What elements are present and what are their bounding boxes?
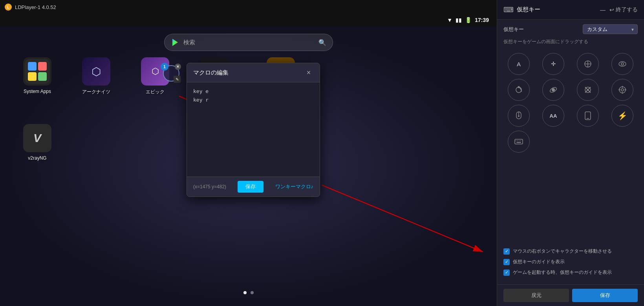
battery-icon: 🔋: [465, 17, 472, 23]
vkey-cross-icon: [584, 86, 592, 94]
title-bar: L LDPlayer-1 4.0.52: [0, 0, 497, 14]
vkey-fire-icon: [584, 60, 592, 68]
vkey-orbit[interactable]: [542, 79, 564, 101]
svg-point-27: [518, 115, 520, 117]
macro-dialog: マクロの編集 × key e key r (x=1475 y=482) 保存 ワ…: [187, 63, 320, 197]
instruction-text: 仮想キーをゲームの画面にドラッグする: [497, 36, 644, 50]
v2ray-icon: V: [23, 124, 51, 152]
checkbox-3[interactable]: [503, 270, 510, 276]
svg-point-11: [621, 63, 624, 65]
page-dots: [243, 291, 254, 294]
reset-btn[interactable]: 戻元: [503, 289, 569, 302]
svg-point-10: [619, 62, 626, 66]
vkey-text-aa[interactable]: AA: [542, 105, 564, 127]
vkey-dropdown[interactable]: カスタム デフォルト: [583, 24, 638, 34]
right-header-left: ⌨ 仮想キー: [503, 5, 540, 14]
checkbox-label-1: マウスの右ボタンでキャラクターを移動させる: [513, 248, 612, 255]
svg-point-20: [621, 89, 624, 91]
macro-dialog-title: マクロの編集: [193, 69, 229, 76]
right-panel-header: ⌨ 仮想キー — ↩ 終了する: [497, 0, 644, 20]
app-title: LDPlayer-1 4.0.52: [15, 4, 56, 10]
checkbox-row-1: マウスの右ボタンでキャラクターを移動させる: [503, 248, 638, 255]
vkey-keyboard-icon: [514, 138, 523, 145]
svg-line-6: [322, 185, 483, 252]
vkey-keyboard[interactable]: [508, 131, 530, 153]
vkey-letter-a[interactable]: A: [508, 53, 530, 75]
macro-dialog-close-btn[interactable]: ×: [304, 68, 313, 77]
svg-rect-30: [515, 139, 523, 144]
vkey-mouse[interactable]: [508, 105, 530, 127]
vkey-lightning[interactable]: ⚡: [611, 105, 633, 127]
vkey-device-icon: [584, 111, 591, 120]
vkey-rotate-icon: [514, 86, 523, 94]
vkey-text-aa-label: AA: [550, 113, 557, 119]
keyboard-icon: ⌨: [503, 5, 514, 14]
right-panel: ⌨ 仮想キー — ↩ 終了する 仮想キー カスタム デフォルト ▼ 仮想キーをゲ…: [497, 0, 644, 306]
macro-onekey-btn[interactable]: ワンキーマクロ♪: [275, 183, 314, 190]
vkey-dropdown-wrap: カスタム デフォルト ▼: [583, 24, 638, 34]
right-header-title: 仮想キー: [517, 6, 540, 13]
arknights-label: アークナイツ: [82, 89, 110, 95]
vkey-letter-a-label: A: [517, 61, 521, 67]
checkbox-section: マウスの右ボタンでキャラクターを移動させる 仮想キーのガイドを表示 ゲームを起動…: [497, 243, 644, 284]
page-dot-1: [243, 291, 247, 294]
vkey-eye[interactable]: [611, 53, 633, 75]
vkey-aim[interactable]: [611, 79, 633, 101]
vkey-orbit-icon: [549, 86, 558, 94]
v2ray-label: v2rayNG: [28, 155, 46, 161]
macro-save-btn[interactable]: 保存: [238, 181, 263, 193]
app-logo: L: [5, 4, 12, 11]
right-minimize-btn[interactable]: —: [600, 7, 606, 13]
app-system[interactable]: System Apps: [20, 57, 55, 94]
right-header-controls: — ↩ 終了する: [600, 6, 638, 13]
vkey-cross[interactable]: [577, 79, 599, 101]
signal-icon: ▮▮: [456, 17, 462, 23]
system-apps-icon: [23, 57, 51, 86]
macro-line-2: key r: [193, 96, 313, 104]
app-arknights[interactable]: ⬡ アークナイツ: [79, 57, 114, 95]
vkey-aim-icon: [618, 86, 627, 94]
vkey-grid: A ✛: [497, 50, 644, 156]
search-placeholder: 検索: [183, 39, 315, 46]
macro-dialog-content[interactable]: key e key r: [187, 82, 320, 177]
checkbox-label-2: 仮想キーのガイドを表示: [513, 259, 565, 265]
wifi-icon: ▼: [447, 17, 452, 23]
key-button-1[interactable]: 1 ✕ ✎: [163, 65, 179, 82]
arknights-icon: ⬡: [82, 57, 110, 86]
checkbox-1[interactable]: [503, 248, 510, 255]
search-bar[interactable]: 検索 🔍: [164, 34, 333, 51]
macro-coords: (x=1475 y=482): [193, 184, 226, 189]
macro-dialog-footer: (x=1475 y=482) 保存 ワンキーマクロ♪: [187, 177, 320, 197]
status-bar: ▼ ▮▮ 🔋 17:39: [0, 14, 497, 26]
vkey-dpad-icon: ✛: [551, 60, 556, 67]
key-edit-1[interactable]: ✎: [174, 76, 181, 83]
checkbox-2[interactable]: [503, 259, 510, 265]
system-apps-label: System Apps: [24, 89, 51, 94]
exit-icon: ↩: [609, 7, 614, 13]
vkey-dpad[interactable]: ✛: [542, 53, 564, 75]
vkey-mouse-icon: [515, 111, 522, 120]
vkey-device[interactable]: [577, 105, 599, 127]
macro-line-1: key e: [193, 87, 313, 96]
checkbox-row-3: ゲームを起動する時、仮想キーのガイドを表示: [503, 269, 638, 276]
status-time: 17:39: [475, 17, 489, 23]
vkey-fire[interactable]: [577, 53, 599, 75]
vkey-lightning-icon: ⚡: [618, 111, 628, 120]
svg-point-14: [552, 88, 555, 91]
right-close-btn[interactable]: ↩ 終了する: [609, 6, 638, 13]
key-close-1[interactable]: ✕: [175, 64, 181, 70]
svg-marker-1: [172, 39, 178, 46]
page-dot-2: [251, 291, 254, 294]
vkey-label: 仮想キー: [503, 26, 524, 33]
key-badge-1: 1: [161, 63, 168, 71]
emulator-area: L LDPlayer-1 4.0.52 ▼ ▮▮ 🔋 17:39: [0, 0, 497, 306]
bottom-btns: 戻元 保存: [497, 284, 644, 306]
save-btn[interactable]: 保存: [572, 289, 638, 302]
vkey-rotate[interactable]: [508, 79, 530, 101]
play-store-icon: [171, 38, 179, 47]
epic-label: エピック: [146, 89, 165, 95]
app-v2ray[interactable]: V v2rayNG: [20, 124, 55, 161]
vkey-eye-icon: [618, 61, 627, 67]
macro-dialog-header: マクロの編集 ×: [187, 63, 320, 82]
checkbox-row-2: 仮想キーのガイドを表示: [503, 259, 638, 265]
